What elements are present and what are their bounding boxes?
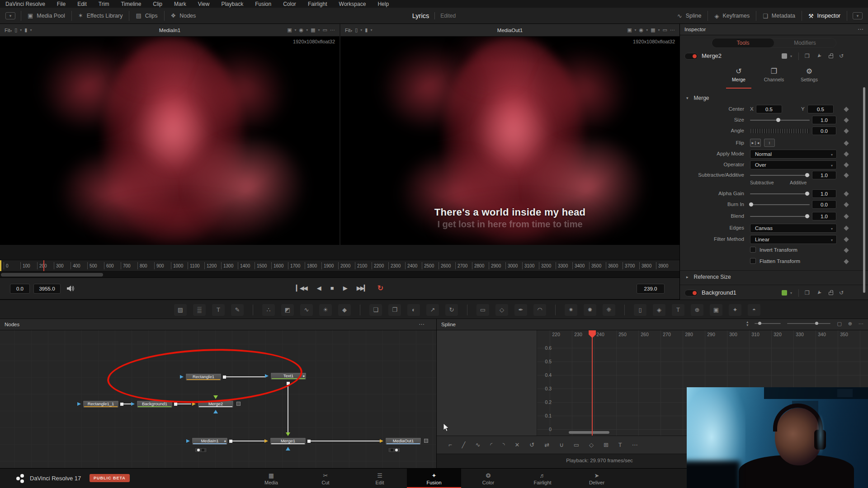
menu-edit[interactable]: Edit xyxy=(77,1,87,7)
page-tab-fairlight[interactable]: ♬Fairlight xyxy=(515,469,570,488)
spline-loop-tool-icon[interactable]: ∪ xyxy=(559,441,564,448)
paint-tool-icon[interactable]: ✎ xyxy=(231,304,244,316)
angle-dial[interactable] xyxy=(750,128,810,134)
image-plane-3d-tool-icon[interactable]: ▯ xyxy=(634,304,646,316)
keyframe-icon[interactable] xyxy=(844,128,849,133)
merge-tool-icon[interactable]: ❏ xyxy=(369,304,382,316)
keyframe-icon[interactable] xyxy=(844,225,849,230)
display-mode-icon[interactable]: ▣ xyxy=(287,27,292,33)
ellipse-mask-tool-icon[interactable]: ◇ xyxy=(495,304,508,316)
spline-box-select-tool-icon[interactable]: ▭ xyxy=(574,441,579,448)
spline-playhead-flag[interactable] xyxy=(589,330,596,338)
spline-options-icon[interactable]: ⋯ xyxy=(859,321,863,327)
background-tool-icon[interactable]: ▨ xyxy=(174,304,187,316)
size-slider[interactable] xyxy=(750,120,810,121)
keyframe-icon[interactable] xyxy=(844,248,849,253)
go-to-last-frame-button[interactable]: ▶▶▎ xyxy=(357,285,368,291)
guides-grid-icon[interactable]: ▦ xyxy=(311,27,315,33)
color-controls-icon[interactable]: ◉ xyxy=(299,27,304,33)
spotlight-3d-tool-icon[interactable]: ✦ xyxy=(729,304,741,316)
page-tab-deliver[interactable]: ➤Deliver xyxy=(570,469,624,488)
keyframe-icon[interactable] xyxy=(844,237,849,242)
node-rectangle1_1[interactable]: Rectangle1_1 xyxy=(83,400,119,408)
text-3d-tool-icon[interactable]: T xyxy=(672,304,684,316)
subtab-settings[interactable]: ⚙Settings xyxy=(795,66,823,86)
invert-transform-checkbox[interactable] xyxy=(750,247,756,253)
burn-in-slider[interactable] xyxy=(750,204,810,205)
brightness-contrast-tool-icon[interactable]: ☀ xyxy=(319,304,332,316)
display-mode-icon[interactable]: ▣ xyxy=(627,27,632,33)
node-graph[interactable]: Rectangle1Text1◆Rectangle1_1Background1M… xyxy=(0,330,436,468)
keyframe-icon[interactable] xyxy=(844,162,849,167)
node-mask-port[interactable] xyxy=(286,432,290,436)
spline-text-tool-icon[interactable]: T xyxy=(618,441,622,448)
node-mediaout1[interactable]: MediaOut1 xyxy=(385,437,421,445)
node-output-port[interactable] xyxy=(120,403,123,406)
node-fg-port[interactable] xyxy=(286,447,290,450)
panel-toggle-icon[interactable]: ▾ xyxy=(853,12,863,19)
pin-icon[interactable]: ➤ xyxy=(816,52,823,60)
versions-icon[interactable]: ❐ xyxy=(805,290,810,296)
alpha-gain-field[interactable]: 1.0 xyxy=(812,189,836,198)
lock-icon[interactable] xyxy=(829,55,833,58)
spline-fit-icon[interactable]: ▢ xyxy=(837,321,841,327)
fit-frame-icon[interactable]: ▭ xyxy=(663,27,667,33)
spline-ease-in-tool-icon[interactable]: ◜ xyxy=(490,441,492,448)
subtractive-additive-slider[interactable] xyxy=(750,175,810,176)
apply-mode-select[interactable]: Normal▾ xyxy=(750,150,837,159)
subtab-channels[interactable]: ❐Channels xyxy=(760,66,788,86)
fit-frame-icon[interactable]: ▭ xyxy=(323,27,327,33)
play-button[interactable]: ▶ xyxy=(343,285,347,291)
keyframes-button[interactable]: ◈ Keyframes xyxy=(708,10,756,22)
spline-zoom-icon[interactable]: ⊕ xyxy=(848,321,852,327)
menu-color[interactable]: Color xyxy=(283,1,296,7)
viewer1-dot[interactable] xyxy=(197,449,200,451)
step-back-button[interactable]: ◀ xyxy=(317,285,321,291)
keyframe-icon[interactable] xyxy=(844,191,849,196)
tab-tools[interactable]: Tools xyxy=(712,38,774,47)
timeline-scrollbar-thumb[interactable] xyxy=(1,273,103,277)
viewer1-dot[interactable] xyxy=(391,449,393,451)
color-curves-tool-icon[interactable]: ◩ xyxy=(281,304,294,316)
filter-method-select[interactable]: Linear▾ xyxy=(750,235,837,244)
menu-trim[interactable]: Trim xyxy=(99,1,109,7)
center-y-field[interactable]: 0.5 xyxy=(807,105,834,113)
transform-tool-icon[interactable]: ↻ xyxy=(445,304,458,316)
subtab-merge[interactable]: ↺Merge xyxy=(725,66,753,86)
spline-zoom-box-tool-icon[interactable]: ⌐ xyxy=(448,441,452,448)
inspector-scrollbar[interactable] xyxy=(863,87,865,293)
nodes-panel-options-icon[interactable]: ⋯ xyxy=(419,321,425,328)
menu-fairlight[interactable]: Fairlight xyxy=(308,1,327,7)
stop-button[interactable]: ■ xyxy=(330,285,333,291)
flip-vertical-button[interactable]: ↕ xyxy=(764,139,775,147)
node-input-port[interactable] xyxy=(380,439,383,443)
spline-pingpong-tool-icon[interactable]: ⇄ xyxy=(544,441,549,448)
page-tab-media[interactable]: ▦Media xyxy=(244,469,298,488)
zoom-level-dropdown[interactable]: Fit▾ xyxy=(5,28,12,33)
page-tab-cut[interactable]: ✂Cut xyxy=(298,469,353,488)
node-color-swatch[interactable] xyxy=(782,53,787,59)
menu-fusion[interactable]: Fusion xyxy=(255,1,271,7)
timeline-playhead[interactable] xyxy=(43,260,44,271)
renderer-3d-tool-icon[interactable]: ◓ xyxy=(748,304,760,316)
blend-slider[interactable] xyxy=(750,216,810,217)
viewer2-dot[interactable] xyxy=(202,449,204,451)
menu-clip[interactable]: Clip xyxy=(153,1,162,7)
shape-3d-tool-icon[interactable]: ◈ xyxy=(653,304,665,316)
node-fg-port[interactable] xyxy=(213,410,218,413)
angle-field[interactable]: 0.0 xyxy=(812,127,836,135)
rectangle-mask-tool-icon[interactable]: ▭ xyxy=(476,304,489,316)
ab-buffer-icon[interactable]: ▮ xyxy=(24,27,27,33)
split-view-icon[interactable]: ▯ xyxy=(14,27,17,33)
spline-reverse-tool-icon[interactable]: ↺ xyxy=(529,441,534,448)
inspector-button[interactable]: ⚒ Inspector xyxy=(802,10,847,22)
menu-timeline[interactable]: Timeline xyxy=(121,1,141,7)
page-tab-fusion[interactable]: ✦Fusion xyxy=(407,469,461,488)
node-input-port[interactable] xyxy=(186,439,190,443)
guides-grid-icon[interactable]: ▦ xyxy=(651,27,655,33)
media-pool-button[interactable]: ▣ Media Pool xyxy=(21,10,71,22)
spline-channel-list[interactable] xyxy=(437,330,537,436)
channel-booleans-tool-icon[interactable]: ❐ xyxy=(388,304,401,316)
left-viewer[interactable]: 1920x1080xfloat32 xyxy=(0,37,340,245)
keyframe-icon[interactable] xyxy=(844,214,849,219)
